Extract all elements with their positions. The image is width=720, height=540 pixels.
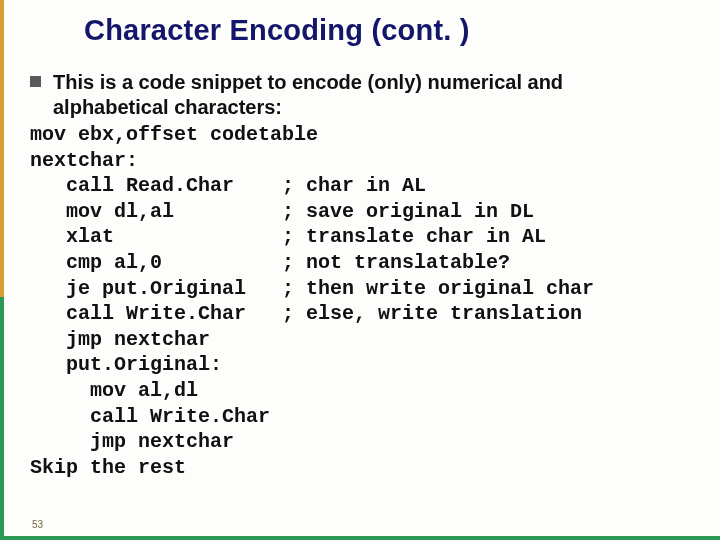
square-bullet-icon [30,76,41,87]
bullet-text-line1: This is a code snippet to encode (only) … [53,70,563,95]
slide-body: This is a code snippet to encode (only) … [30,70,696,480]
bullet-item: This is a code snippet to encode (only) … [30,70,696,95]
bullet-text-line2: alphabetical characters: [30,95,696,120]
slide-title: Character Encoding (cont. ) [84,14,470,47]
code-snippet: mov ebx,offset codetable nextchar: call … [30,122,696,480]
left-color-strip [0,0,4,540]
page-number: 53 [32,519,43,530]
bottom-color-strip [0,536,720,540]
